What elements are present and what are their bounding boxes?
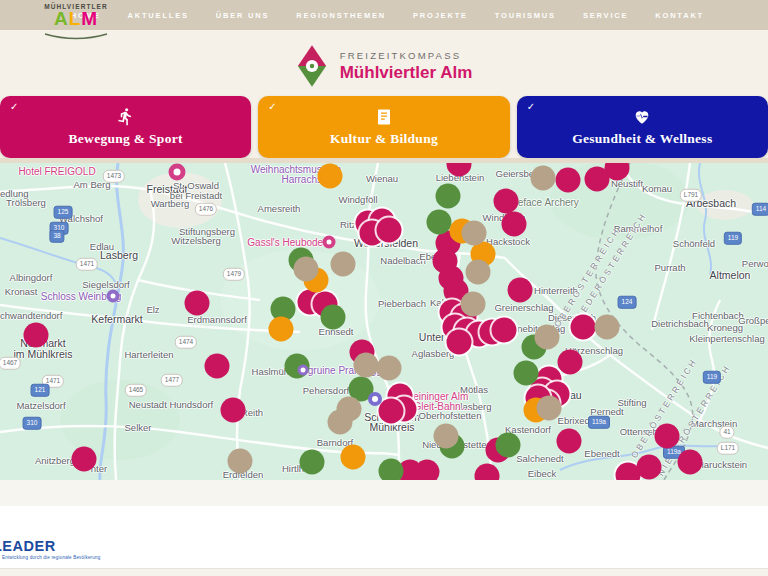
map-marker-pink[interactable] bbox=[492, 318, 517, 343]
map-marker-pink[interactable] bbox=[447, 330, 472, 355]
map-marker-tan[interactable] bbox=[377, 356, 402, 381]
map-marker-tan[interactable] bbox=[531, 166, 556, 191]
map-marker-tan[interactable] bbox=[461, 292, 486, 317]
map-marker-pink[interactable] bbox=[72, 447, 97, 472]
nav-item-regionsthemen[interactable]: REGIONSTHEMEN bbox=[296, 11, 386, 20]
nav-item-service[interactable]: SERVICE bbox=[583, 11, 628, 20]
map-marker-pink[interactable] bbox=[205, 354, 230, 379]
page-title: Mühlviertler Alm bbox=[340, 63, 473, 83]
map-marker-tan[interactable] bbox=[537, 396, 562, 421]
map-marker-orange[interactable] bbox=[318, 164, 343, 189]
map-place-label: Windgföll bbox=[338, 194, 377, 205]
map-marker-pink[interactable] bbox=[557, 429, 582, 454]
footer bbox=[0, 506, 768, 576]
map-poi-icon[interactable] bbox=[169, 164, 186, 181]
category-label: Gesundheit & Wellness bbox=[572, 131, 712, 147]
map-marker-tan[interactable] bbox=[228, 449, 253, 474]
map-place-label: Perwolfing bbox=[742, 258, 768, 269]
book-icon bbox=[375, 108, 393, 126]
map-marker-pink[interactable] bbox=[221, 398, 246, 423]
map-marker-pink[interactable] bbox=[558, 350, 583, 375]
map-marker-tan[interactable] bbox=[331, 252, 356, 277]
road-badge: 1476 bbox=[195, 203, 217, 216]
map-place-label: Anitzberg bbox=[35, 455, 75, 466]
map-marker-pink[interactable] bbox=[415, 460, 440, 481]
freizeitkompass-header: FREIZEITKOMPASS Mühlviertler Alm bbox=[0, 44, 768, 88]
map-marker-green[interactable] bbox=[379, 459, 404, 481]
map-marker-green[interactable] bbox=[496, 433, 521, 458]
nav-item-projekte[interactable]: PROJEKTE bbox=[413, 11, 468, 20]
map-marker-tan[interactable] bbox=[535, 325, 560, 350]
map-place-label: Lasberg bbox=[100, 249, 138, 261]
map-marker-green[interactable] bbox=[427, 210, 452, 235]
map-marker-green[interactable] bbox=[436, 184, 461, 209]
category-button-kultur-bildung[interactable]: ✓ Kultur & Bildung bbox=[258, 96, 509, 158]
nav-item--ber-uns[interactable]: ÜBER UNS bbox=[216, 11, 270, 20]
map-marker-pink[interactable] bbox=[377, 218, 402, 243]
site-logo[interactable]: MÜHLVIERTLER ALM bbox=[36, 3, 116, 45]
road-badge: 119 bbox=[724, 232, 742, 245]
map-place-label: Wartberg bbox=[151, 198, 190, 209]
map-marker-pink[interactable] bbox=[508, 278, 533, 303]
map-marker-tan[interactable] bbox=[466, 260, 491, 285]
road-badge: 124 bbox=[618, 296, 637, 309]
category-label: Bewegung & Sport bbox=[69, 131, 183, 147]
map-marker-pink[interactable] bbox=[379, 399, 404, 424]
map-place-label: Matzelsdorf bbox=[16, 400, 65, 411]
map-marker-tan[interactable] bbox=[595, 315, 620, 340]
map-place-label: Großpertholz bbox=[738, 315, 768, 326]
map-marker-tan[interactable] bbox=[462, 221, 487, 246]
map-marker-pink[interactable] bbox=[585, 167, 610, 192]
map-place-label: Pehersdorf bbox=[303, 385, 349, 396]
map-marker-pink[interactable] bbox=[502, 212, 527, 237]
map-marker-pink[interactable] bbox=[24, 323, 49, 348]
map-marker-pink[interactable] bbox=[571, 315, 596, 340]
check-icon: ✓ bbox=[268, 101, 276, 112]
map-marker-pink[interactable] bbox=[637, 455, 662, 480]
map-poi-icon[interactable] bbox=[298, 365, 309, 376]
map-marker-tan[interactable] bbox=[328, 410, 353, 435]
map-marker-pink[interactable] bbox=[678, 450, 703, 475]
map-poi-icon[interactable] bbox=[368, 392, 382, 406]
map-marker-orange[interactable] bbox=[269, 317, 294, 342]
map-marker-tan[interactable] bbox=[434, 424, 459, 449]
map-marker-orange[interactable] bbox=[341, 445, 366, 470]
map[interactable]: SiedlungTrölsbergFreistadtAm BergSt. Osw… bbox=[0, 163, 768, 480]
leader-logo[interactable]: LEADER bbox=[0, 538, 56, 554]
category-button-bewegung-sport[interactable]: ✓ Bewegung & Sport bbox=[0, 96, 251, 158]
map-place-label: Selker bbox=[125, 422, 152, 433]
map-marker-tan[interactable] bbox=[354, 353, 379, 378]
map-poi-icon[interactable] bbox=[323, 236, 336, 249]
check-icon: ✓ bbox=[10, 101, 18, 112]
map-marker-pink[interactable] bbox=[655, 424, 680, 449]
leader-tagline: Entwicklung durch die regionale Bevölker… bbox=[2, 555, 100, 560]
map-marker-green[interactable] bbox=[321, 305, 346, 330]
road-badge: 1474 bbox=[175, 336, 197, 349]
page: HOMEAKTUELLESÜBER UNSREGIONSTHEMENPROJEK… bbox=[0, 0, 768, 576]
map-poi-icon[interactable] bbox=[107, 290, 120, 303]
nav-item-aktuelles[interactable]: AKTUELLES bbox=[128, 11, 189, 20]
map-place-label: Schwandtendorf bbox=[0, 310, 62, 321]
map-marker-tan[interactable] bbox=[294, 257, 319, 282]
map-marker-green[interactable] bbox=[300, 450, 325, 475]
category-button-gesundheit-wellness[interactable]: ✓ Gesundheit & Wellness bbox=[517, 96, 768, 158]
map-marker-pink[interactable] bbox=[556, 168, 581, 193]
map-poi-label[interactable]: Gassl's Heuboden bbox=[247, 237, 328, 248]
map-marker-green[interactable] bbox=[514, 361, 539, 386]
category-label: Kultur & Bildung bbox=[330, 131, 438, 147]
header-kicker: FREIZEITKOMPASS bbox=[340, 50, 473, 61]
road-badge: L171 bbox=[717, 442, 739, 455]
road-badge: 114 bbox=[752, 203, 768, 216]
map-place-label: Dietrichsbach bbox=[651, 318, 709, 329]
footer-bottom-strip bbox=[0, 568, 768, 576]
map-place-label: Trölsberg bbox=[6, 197, 46, 208]
map-marker-pink[interactable] bbox=[185, 291, 210, 316]
map-marker-pink[interactable] bbox=[494, 189, 519, 214]
road-badge: 1479 bbox=[223, 268, 245, 281]
map-poi-label[interactable]: Gleit-Bahn… bbox=[413, 401, 470, 412]
nav-item-tourismus[interactable]: TOURISMUS bbox=[495, 11, 556, 20]
map-place-label: Siegelsdorf bbox=[82, 279, 130, 290]
map-place-label: Neustadt Hundsdorf bbox=[129, 399, 214, 410]
map-poi-label[interactable]: Hotel FREIGOLD bbox=[18, 166, 95, 177]
nav-item-kontakt[interactable]: KONTAKT bbox=[655, 11, 704, 20]
